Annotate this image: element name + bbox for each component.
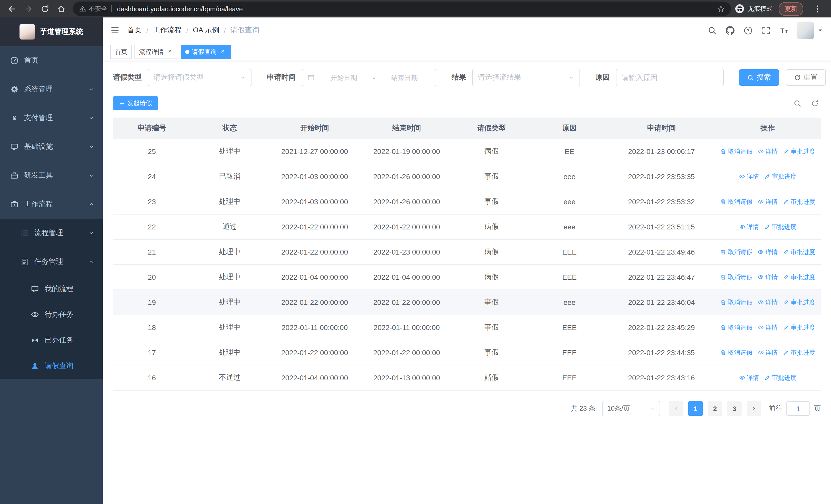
progress-action[interactable]: 审批进度 <box>783 349 815 357</box>
table-row[interactable]: 22通过2022-01-22 00:00:002022-01-22 00:00:… <box>113 214 821 239</box>
progress-action[interactable]: 审批进度 <box>764 173 796 181</box>
page-3-button[interactable]: 3 <box>727 402 742 416</box>
detail-action[interactable]: 详情 <box>757 298 778 307</box>
progress-action[interactable]: 审批进度 <box>783 248 815 257</box>
table-row[interactable]: 20处理中2022-01-04 00:00:002022-01-04 00:00… <box>113 265 821 290</box>
browser-update-button[interactable]: 更新 <box>779 2 803 16</box>
table-row[interactable]: 17处理中2022-01-22 00:00:002022-01-22 00:00… <box>113 340 821 365</box>
font-size-icon[interactable]: TT <box>779 26 789 35</box>
detail-action[interactable]: 详情 <box>757 323 778 332</box>
start-date-input[interactable] <box>318 73 370 81</box>
avatar-caret-icon[interactable] <box>817 27 823 33</box>
detail-action[interactable]: 详情 <box>757 273 778 282</box>
breadcrumb-item[interactable]: OA 示例 <box>193 26 220 35</box>
fullscreen-icon[interactable] <box>761 26 770 35</box>
cancel-action[interactable]: 取消请假 <box>720 273 752 282</box>
progress-action[interactable]: 审批进度 <box>783 147 815 156</box>
table-row[interactable]: 21处理中2022-01-22 00:00:002022-01-23 00:00… <box>113 239 821 265</box>
progress-action[interactable]: 审批进度 <box>783 298 815 307</box>
breadcrumb-item[interactable]: 首页 <box>127 26 142 35</box>
cell-reason: eee <box>531 164 608 189</box>
cancel-action[interactable]: 取消请假 <box>720 248 752 257</box>
progress-action[interactable]: 审批进度 <box>783 323 815 332</box>
tab-leave-query[interactable]: 请假查询× <box>181 45 231 59</box>
toggle-search-icon[interactable] <box>794 99 801 107</box>
security-label[interactable]: 不安全 <box>89 4 107 13</box>
sidebar-item-devtools[interactable]: 研发工具 <box>0 161 103 190</box>
detail-action[interactable]: 详情 <box>739 223 759 232</box>
search-button[interactable]: 搜索 <box>739 69 779 86</box>
page-size-select[interactable]: 10条/页 <box>602 401 660 416</box>
table-row[interactable]: 25处理中2021-12-27 00:00:002022-01-19 00:00… <box>113 139 821 164</box>
forward-button[interactable] <box>21 1 36 17</box>
github-icon[interactable] <box>725 26 735 35</box>
detail-action[interactable]: 详情 <box>739 374 759 382</box>
sidebar-item-done-task[interactable]: 已办任务 <box>0 327 103 353</box>
cancel-action[interactable]: 取消请假 <box>720 147 752 156</box>
detail-action[interactable]: 详情 <box>757 198 778 206</box>
close-icon[interactable]: × <box>219 48 226 55</box>
table-row[interactable]: 16不通过2022-01-04 00:00:002022-01-13 00:00… <box>113 365 821 390</box>
tab-process-detail[interactable]: 流程详情× <box>135 45 178 59</box>
detail-action[interactable]: 详情 <box>757 248 778 257</box>
page-1-button[interactable]: 1 <box>688 402 703 416</box>
user-avatar[interactable] <box>797 22 814 39</box>
cancel-action[interactable]: 取消请假 <box>720 349 752 357</box>
progress-action[interactable]: 审批进度 <box>783 198 815 206</box>
goto-page-input[interactable] <box>786 402 810 416</box>
table-row[interactable]: 18处理中2022-01-11 00:00:002022-01-11 00:00… <box>113 315 821 340</box>
svg-text:?: ? <box>746 28 749 33</box>
table-row[interactable]: 24已取消2022-01-03 00:00:002022-01-26 00:00… <box>113 164 821 189</box>
url-bar[interactable]: 不安全 dashboard.yudao.iocoder.cn/bpm/oa/le… <box>73 2 731 16</box>
sidebar-item-todo-task[interactable]: 待办任务 <box>0 302 103 327</box>
sidebar-item-infra[interactable]: 基础设施 <box>0 132 103 161</box>
sidebar-item-process-mgmt[interactable]: 流程管理 <box>0 219 103 247</box>
close-icon[interactable]: × <box>166 48 173 55</box>
sidebar-item-payment[interactable]: ¥支付管理 <box>0 104 103 132</box>
cancel-action[interactable]: 取消请假 <box>720 323 752 332</box>
reason-input[interactable] <box>622 73 718 82</box>
detail-action[interactable]: 详情 <box>757 349 778 357</box>
sidebar-item-leave-query[interactable]: 请假查询 <box>0 353 103 379</box>
collapse-sidebar-icon[interactable] <box>110 26 120 35</box>
detail-action[interactable]: 详情 <box>739 173 759 181</box>
table-row[interactable]: 19处理中2022-01-22 00:00:002022-01-22 00:00… <box>113 290 821 315</box>
page-unit-label: 页 <box>814 404 821 413</box>
search-icon[interactable] <box>707 26 717 35</box>
refresh-table-icon[interactable] <box>811 99 819 107</box>
progress-action[interactable]: 审批进度 <box>764 223 796 232</box>
home-button[interactable] <box>53 1 69 17</box>
bookmark-star-icon[interactable] <box>717 5 725 12</box>
browser-menu-icon[interactable] <box>809 1 825 17</box>
edit-icon <box>783 325 789 331</box>
page-2-button[interactable]: 2 <box>708 402 722 416</box>
sidebar-item-home[interactable]: 首页 <box>0 46 103 75</box>
tab-home[interactable]: 首页 <box>110 45 132 59</box>
prev-page-button[interactable] <box>669 402 683 416</box>
cancel-action[interactable]: 取消请假 <box>720 198 752 206</box>
sidebar-item-system[interactable]: 系统管理 <box>0 75 103 104</box>
tab-label: 流程详情 <box>139 48 164 56</box>
url-text[interactable]: dashboard.yudao.iocoder.cn/bpm/oa/leave <box>117 5 243 12</box>
page-size-value: 10条/页 <box>607 404 630 413</box>
result-select[interactable]: 请选择流结果 <box>472 69 580 86</box>
end-date-input[interactable] <box>378 73 431 81</box>
back-button[interactable] <box>4 1 20 17</box>
reset-button[interactable]: 重置 <box>786 69 826 86</box>
table-row[interactable]: 23处理中2022-01-03 00:00:002022-01-26 00:00… <box>113 189 821 214</box>
reload-button[interactable] <box>37 1 52 17</box>
cancel-action[interactable]: 取消请假 <box>720 298 752 307</box>
date-range-picker[interactable]: - <box>302 69 436 86</box>
sidebar-item-task-mgmt[interactable]: 任务管理 <box>0 247 103 276</box>
progress-action[interactable]: 审批进度 <box>764 374 796 382</box>
sidebar-item-workflow[interactable]: 工作流程 <box>0 190 103 219</box>
leave-type-select[interactable]: 请选择请假类型 <box>148 69 252 86</box>
progress-action[interactable]: 审批进度 <box>783 273 815 282</box>
breadcrumb-item[interactable]: 工作流程 <box>153 26 182 35</box>
logo[interactable]: 芋道管理系统 <box>0 18 103 46</box>
sidebar-item-my-process[interactable]: 我的流程 <box>0 276 103 302</box>
detail-action[interactable]: 详情 <box>757 147 778 156</box>
create-leave-button[interactable]: 发起请假 <box>113 96 158 110</box>
help-icon[interactable]: ? <box>743 26 752 35</box>
next-page-button[interactable] <box>747 402 761 416</box>
